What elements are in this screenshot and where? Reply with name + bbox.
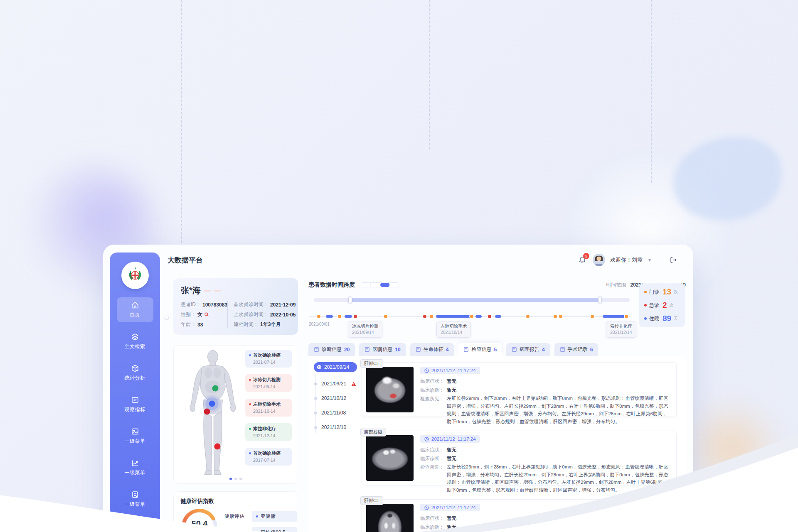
health-row: 健康评估 亚健康 [224, 511, 297, 522]
timeline-slider[interactable] [314, 298, 630, 302]
exam-card[interactable]: 腹部核磁 2021/11/12 11:17:24 临床症状： 暂无 [362, 431, 677, 485]
carousel-pagination[interactable] [229, 478, 242, 480]
date-item[interactable]: 2021/09/21 [314, 381, 364, 387]
timeline-event[interactable] [338, 315, 341, 318]
exam-card[interactable]: 肝部CT 2021/11/12 11:17:24 临床症状： 暂无 [362, 499, 677, 532]
patient-name: 张*海 [181, 285, 201, 296]
event-tooltip[interactable]: 冰冻切片检测 2021/09/14 [348, 321, 382, 338]
timeline-event[interactable] [526, 315, 530, 318]
timeline-event[interactable] [554, 315, 557, 318]
timeline-event[interactable] [475, 315, 482, 318]
date-item[interactable]: 2021/10/12 [314, 395, 364, 401]
body-event-card[interactable]: 左肺切除手术 2021-10-14 [245, 399, 292, 417]
ct-image[interactable] [366, 504, 414, 532]
body-marker-dot[interactable] [214, 443, 221, 449]
body-event-card[interactable]: 冰冻切片检测 2021-09-14 [245, 374, 292, 392]
clock-icon [424, 437, 429, 441]
sidebar-item-label: 全文检索 [125, 343, 145, 350]
exam-time-chip: 2021/11/12 11:17:24 [420, 367, 480, 374]
timeline-event[interactable] [625, 315, 628, 318]
info-tab[interactable]: 手术记录 6 [554, 343, 598, 356]
info-tab[interactable]: 检查信息 5 [458, 343, 502, 356]
user-avatar[interactable] [593, 254, 605, 266]
rail-dot [314, 426, 317, 429]
info-tab[interactable]: 病理报告 4 [506, 343, 550, 356]
health-rows: 健康评估 亚健康 平均值60.5 [224, 511, 297, 532]
timeline-event[interactable] [326, 315, 333, 318]
sidebar-item[interactable]: 一级菜单 [117, 455, 153, 480]
body-event-card[interactable]: 首次确诊肺癌 2017-07-14 [245, 448, 292, 466]
body-event-list: 首次确诊肺癌 2021-07-14 冰冻切片检测 2021-09-14 [245, 350, 292, 466]
notification-bell-button[interactable]: 5 [577, 255, 588, 265]
body-event-card[interactable]: 首次确诊肺癌 2021-07-14 [245, 350, 292, 368]
sidebar-item[interactable]: 一级菜单 [117, 487, 153, 512]
timeline-event[interactable] [354, 315, 357, 318]
row-value: 暂无 [447, 446, 456, 454]
chevron-down-icon[interactable]: ▼ [648, 258, 652, 262]
timeline-event[interactable] [470, 315, 473, 318]
page-dot-active[interactable] [229, 478, 232, 480]
stat-bullet [644, 317, 647, 320]
row-value: 暂无 [447, 454, 456, 463]
sidebar-item[interactable]: 一级菜单 [117, 424, 153, 449]
body-marker-dot[interactable] [212, 385, 219, 392]
timeline-event[interactable] [591, 315, 594, 318]
exam-time: 11:17:24 [458, 436, 476, 441]
time-range-button[interactable] [361, 283, 371, 287]
body-marker-dot[interactable] [209, 401, 215, 407]
tab-label: 生命体征 [424, 346, 443, 353]
exam-card-list: 肝部CT 2021/11/12 11:17:24 临床症状： 暂无 [362, 362, 677, 532]
row-value: 暂无 [447, 523, 456, 532]
tooltip-date: 2021/12/14 [610, 329, 632, 336]
patient-detail-row: 上次就诊时间： 2022-10-05 [234, 311, 296, 318]
rail-dot [314, 397, 317, 400]
time-range-button[interactable] [380, 283, 390, 287]
stat-value: 2 [663, 301, 667, 310]
sidebar-item[interactable]: 全文检索 [117, 329, 153, 354]
time-range-button[interactable] [371, 283, 380, 287]
info-tab[interactable]: 诊断信息 20 [308, 343, 355, 356]
event-tooltip[interactable]: 索拉非化疗 2021/12/14 [606, 321, 636, 338]
timeline-event[interactable] [436, 315, 471, 318]
body-marker-dot[interactable] [204, 408, 210, 414]
body-event-date: 2021-09-14 [253, 384, 288, 389]
detail-label: 建档时间： [234, 321, 259, 328]
page-dot[interactable] [239, 478, 242, 480]
disease-tag [214, 290, 221, 292]
date-item[interactable]: 2021/11/08 [314, 410, 364, 416]
info-tab[interactable]: 医嘱信息 10 [359, 343, 406, 356]
timeline-event[interactable] [495, 315, 501, 318]
page-dot[interactable] [234, 478, 237, 480]
header-actions: 5 欢迎你！刘霞 ▼ [577, 253, 685, 267]
timeline-event[interactable] [603, 315, 626, 318]
sidebar-item[interactable]: 统计分析 [117, 360, 153, 385]
ct-image[interactable] [366, 435, 414, 481]
notification-badge: 5 [583, 253, 589, 259]
time-range-button[interactable] [390, 283, 399, 287]
date-item[interactable]: 2021/12/10 [314, 424, 364, 430]
info-tab[interactable]: 生命体征 4 [410, 343, 454, 356]
sidebar-item[interactable]: 首页 [117, 297, 153, 322]
event-bullet [249, 379, 251, 381]
date-item-active[interactable]: 2021/09/14 [314, 362, 357, 372]
timeline-event[interactable] [384, 315, 387, 318]
slider-handle-right[interactable] [598, 297, 602, 303]
body-event-card[interactable]: 索拉非化疗 2021-12-14 [245, 423, 292, 441]
event-tooltip[interactable]: 左肺切除手术 2021/10/14 [436, 321, 471, 338]
timeline-event[interactable] [488, 315, 491, 318]
sidebar-item[interactable]: 观察指标 [117, 392, 153, 417]
body-event-title-row: 首次确诊肺癌 [249, 353, 288, 358]
slider-handle-left[interactable] [348, 297, 352, 303]
timeline-event[interactable] [423, 315, 426, 318]
tab-label: 医嘱信息 [372, 346, 392, 353]
detail-label: 患者ID： [181, 301, 201, 308]
sidebar-item-label: 一级菜单 [125, 469, 145, 476]
logout-button[interactable] [667, 254, 679, 266]
background-blob-orange [682, 399, 781, 498]
timeline-event[interactable] [430, 315, 433, 318]
ct-image[interactable] [366, 367, 414, 412]
exam-card[interactable]: 肝部CT 2021/11/12 11:17:24 临床症状： 暂无 [362, 362, 677, 417]
timeline-event[interactable] [317, 315, 320, 318]
timeline-event[interactable] [559, 315, 562, 318]
timeline-event[interactable] [345, 315, 352, 318]
